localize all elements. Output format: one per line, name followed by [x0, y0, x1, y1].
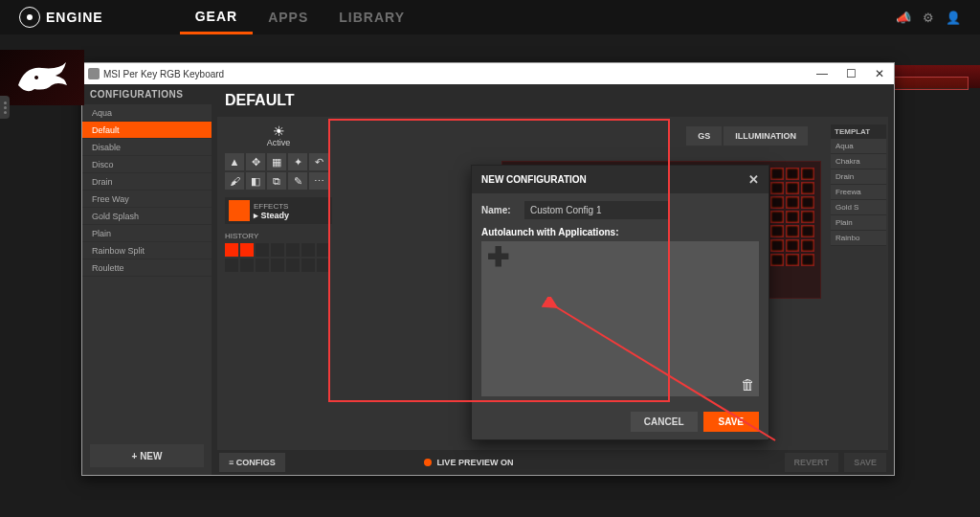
sidebar-item[interactable]: Roulette	[82, 259, 212, 277]
sidebar-item[interactable]: Aqua	[82, 104, 212, 122]
key[interactable]	[801, 254, 814, 266]
active-indicator: ☀ Active	[225, 124, 332, 147]
key[interactable]	[801, 168, 814, 180]
key[interactable]	[801, 211, 814, 223]
history-swatch[interactable]	[225, 243, 238, 257]
side-grip[interactable]	[0, 96, 10, 119]
effect-name[interactable]: ▸ Steady	[254, 211, 289, 220]
key[interactable]	[770, 239, 784, 252]
template-item[interactable]: Rainbo	[831, 231, 886, 246]
window-icon	[88, 68, 100, 79]
key[interactable]	[786, 196, 799, 209]
canvas-tabs: GS ILLUMINATION	[686, 126, 808, 146]
revert-button[interactable]: REVERT	[785, 453, 839, 472]
tool-dropper-icon[interactable]: ✎	[288, 172, 307, 190]
key[interactable]	[786, 211, 799, 223]
key[interactable]	[770, 182, 784, 194]
key[interactable]	[801, 239, 814, 252]
nav-apps[interactable]: APPS	[253, 0, 323, 34]
template-item[interactable]: Drain	[831, 169, 886, 185]
sidebar-item[interactable]: Free Way	[82, 191, 212, 208]
tool-wand-icon[interactable]: ✦	[288, 153, 307, 170]
save-config-button[interactable]: SAVE	[844, 453, 886, 472]
history-swatch[interactable]	[240, 243, 254, 257]
tab-illumination[interactable]: ILLUMINATION	[724, 126, 808, 146]
tool-marquee-icon[interactable]: ▦	[267, 153, 286, 170]
key[interactable]	[770, 254, 784, 266]
key[interactable]	[801, 196, 814, 209]
key[interactable]	[786, 168, 799, 180]
sidebar-item[interactable]: Gold Splash	[82, 208, 212, 225]
nav-gear[interactable]: GEAR	[180, 0, 253, 34]
history-swatch[interactable]	[271, 243, 284, 257]
window-maximize[interactable]: ☐	[836, 63, 865, 84]
window-minimize[interactable]: —	[808, 63, 836, 84]
effect-color-swatch[interactable]	[229, 200, 250, 221]
profile-icon[interactable]: 👤	[946, 11, 961, 25]
nav-library[interactable]: LIBRARY	[323, 0, 420, 34]
sidebar-item[interactable]: Disco	[82, 156, 212, 173]
configs-button[interactable]: ≡ CONFIGS	[219, 453, 285, 472]
template-item[interactable]: Aqua	[831, 139, 886, 154]
history-swatch[interactable]	[240, 258, 254, 272]
name-label: Name:	[481, 205, 524, 215]
tool-eraser-icon[interactable]: ◧	[246, 172, 265, 190]
effects-label: EFFECTS	[254, 202, 289, 211]
window-titlebar: MSI Per Key RGB Keyboard — ☐ ✕	[82, 63, 894, 84]
app-topbar: ENGINE GEAR APPS LIBRARY 📣 ⚙ 👤	[0, 0, 980, 34]
key[interactable]	[770, 211, 784, 223]
key[interactable]	[770, 225, 784, 237]
gear-icon[interactable]: ⚙	[923, 11, 934, 25]
top-nav: GEAR APPS LIBRARY	[180, 0, 420, 34]
sidebar-item[interactable]: Disable	[82, 139, 212, 156]
history-swatch[interactable]	[286, 243, 300, 257]
key[interactable]	[786, 225, 799, 237]
live-preview[interactable]: LIVE PREVIEW ON	[424, 458, 513, 467]
modal-close-icon[interactable]: ✕	[748, 172, 759, 187]
key[interactable]	[770, 196, 784, 209]
window-close[interactable]: ✕	[865, 63, 894, 84]
new-config-button[interactable]: + NEW	[90, 444, 204, 467]
sidebar-item[interactable]: Rainbow Split	[82, 242, 212, 259]
history-swatch[interactable]	[256, 258, 269, 272]
sidebar-item[interactable]: Drain	[82, 173, 212, 191]
tab-gs[interactable]: GS	[686, 126, 722, 146]
history-swatch[interactable]	[225, 258, 238, 272]
save-button[interactable]: SAVE	[703, 412, 760, 432]
key[interactable]	[786, 254, 799, 266]
bottom-bar: ≡ CONFIGS LIVE PREVIEW ON REVERT SAVE	[212, 450, 894, 475]
name-input[interactable]	[524, 201, 670, 219]
tool-brush-icon[interactable]: 🖌	[225, 172, 244, 190]
tool-extra-icon[interactable]: ⋯	[309, 172, 328, 190]
key[interactable]	[786, 239, 799, 252]
key[interactable]	[801, 182, 814, 194]
template-item[interactable]: Gold S	[831, 200, 886, 215]
key[interactable]	[770, 168, 784, 180]
history-swatch[interactable]	[301, 258, 315, 272]
modal-title: NEW CONFIGURATION	[481, 174, 587, 185]
tool-pointer-icon[interactable]: ▲	[225, 153, 244, 170]
template-item[interactable]: Freewa	[831, 185, 886, 200]
key[interactable]	[786, 182, 799, 194]
autolaunch-label: Autolaunch with Applications:	[481, 227, 759, 237]
trash-icon[interactable]: 🗑	[741, 376, 755, 393]
tool-bucket-icon[interactable]: ⧉	[267, 172, 286, 190]
template-item[interactable]: Plain	[831, 215, 886, 231]
templates-panel: TEMPLAT AquaChakraDrainFreewaGold SPlain…	[831, 124, 886, 246]
key[interactable]	[801, 225, 814, 237]
history-swatch[interactable]	[301, 243, 315, 257]
sidebar-item[interactable]: Plain	[82, 225, 212, 242]
history-swatch[interactable]	[286, 258, 300, 272]
history-swatch[interactable]	[271, 258, 284, 272]
history-swatch[interactable]	[317, 258, 330, 272]
announce-icon[interactable]: 📣	[896, 11, 911, 25]
history-swatch[interactable]	[256, 243, 269, 257]
device-window: MSI Per Key RGB Keyboard — ☐ ✕ CONFIGURA…	[81, 62, 895, 476]
cancel-button[interactable]: CANCEL	[631, 412, 698, 432]
tool-undo-icon[interactable]: ↶	[309, 153, 328, 170]
history-swatch[interactable]	[317, 243, 330, 257]
template-item[interactable]: Chakra	[831, 154, 886, 169]
sidebar-item[interactable]: Default	[82, 122, 212, 139]
add-application-icon[interactable]: ✚	[487, 247, 508, 268]
tool-move-icon[interactable]: ✥	[246, 153, 265, 170]
